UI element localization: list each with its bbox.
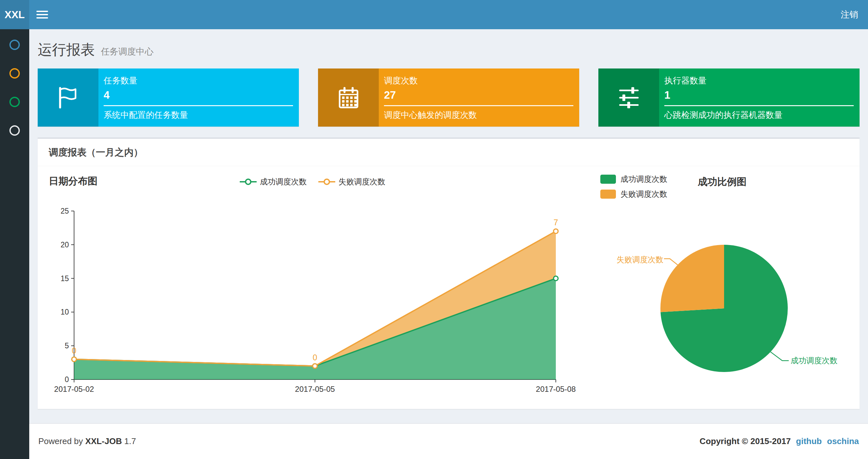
svg-text:5: 5 — [65, 341, 69, 350]
sidebar-item-1[interactable] — [0, 31, 29, 59]
content-area: 运行报表 任务调度中心 任务数量 4 系统中配置的任务数量 — [29, 29, 868, 423]
sliders-icon — [598, 68, 659, 127]
divider — [384, 105, 574, 106]
report-panel: 调度报表（一月之内） 05101520252017-05-022017-05-0… — [38, 138, 860, 409]
legend-label: 成功调度次数 — [620, 174, 667, 185]
info-box-jobs: 任务数量 4 系统中配置的任务数量 — [38, 68, 299, 127]
legend-item-success[interactable]: 成功调度次数 — [600, 174, 667, 185]
info-box-label: 调度次数 — [384, 75, 574, 86]
pie-chart-title: 成功比例图 — [698, 175, 746, 189]
top-navbar: XXL 注销 — [0, 0, 868, 29]
github-link[interactable]: github — [796, 436, 822, 446]
circle-icon — [9, 40, 20, 50]
copyright-text: Copyright © 2015-2017 — [700, 436, 791, 446]
svg-text:2017-05-08: 2017-05-08 — [536, 385, 576, 393]
legend-label: 成功调度次数 — [260, 176, 307, 187]
info-box-triggers: 调度次数 27 调度中心触发的调度次数 — [318, 68, 579, 127]
info-box-value: 27 — [384, 89, 574, 101]
page-title: 运行报表 — [38, 41, 95, 58]
logout-link[interactable]: 注销 — [831, 0, 868, 29]
svg-text:2017-05-05: 2017-05-05 — [295, 385, 335, 393]
panel-title: 调度报表（一月之内） — [38, 139, 860, 166]
divider — [664, 105, 854, 106]
footer: Powered by XXL-JOB 1.7 Copyright © 2015-… — [29, 423, 868, 459]
pie-slice-label-success: 成功调度次数 — [791, 356, 837, 366]
info-box-value: 1 — [664, 89, 854, 101]
charts-canvas: 05101520252017-05-022017-05-052017-05-08… — [38, 166, 860, 409]
footer-powered-by: Powered by XXL-JOB 1.7 — [38, 436, 136, 446]
panel-body: 05101520252017-05-022017-05-052017-05-08… — [38, 166, 860, 409]
divider — [104, 105, 293, 106]
svg-text:25: 25 — [60, 207, 69, 215]
page-subtitle: 任务调度中心 — [101, 47, 153, 57]
swatch-icon — [600, 175, 616, 184]
svg-text:0: 0 — [65, 375, 69, 384]
legend-item-fail[interactable]: 失败调度次数 — [600, 189, 667, 199]
sidebar-item-3[interactable] — [0, 88, 29, 116]
swatch-icon — [600, 190, 616, 199]
sidebar-item-4[interactable] — [0, 116, 29, 145]
legend-label: 失败调度次数 — [339, 176, 385, 187]
info-box-label: 任务数量 — [104, 75, 293, 86]
oschina-link[interactable]: oschina — [827, 436, 859, 446]
line-chart-legend: 成功调度次数 失败调度次数 — [240, 176, 385, 187]
circle-icon — [9, 68, 20, 78]
info-box-value: 4 — [104, 89, 293, 101]
info-box-label: 执行器数量 — [664, 75, 854, 86]
sidebar — [0, 29, 29, 459]
sidebar-item-2[interactable] — [0, 59, 29, 88]
svg-text:20: 20 — [60, 240, 69, 249]
info-box-desc: 系统中配置的任务数量 — [104, 109, 293, 121]
pie-chart-legend: 成功调度次数 失败调度次数 — [600, 174, 667, 199]
pie-slice-label-fail: 失败调度次数 — [603, 255, 663, 265]
info-box-executors: 执行器数量 1 心跳检测成功的执行器机器数量 — [598, 68, 860, 127]
sidebar-toggle-button[interactable] — [29, 0, 55, 29]
flag-icon — [38, 68, 98, 127]
svg-text:0: 0 — [313, 353, 317, 362]
line-marker-icon — [318, 178, 335, 185]
legend-item-fail[interactable]: 失败调度次数 — [318, 176, 385, 187]
hamburger-icon — [36, 11, 48, 12]
product-name: XXL-JOB — [86, 436, 122, 446]
page-header: 运行报表 任务调度中心 — [29, 29, 868, 68]
svg-text:0: 0 — [72, 346, 76, 355]
info-box-desc: 调度中心触发的调度次数 — [384, 109, 574, 121]
svg-text:10: 10 — [60, 308, 69, 316]
circle-icon — [9, 97, 20, 107]
line-chart-title: 日期分布图 — [49, 175, 97, 188]
product-version: 1.7 — [124, 436, 136, 446]
xxl-job-dashboard: XXL 注销 运行报表 任务调度中心 — [0, 0, 868, 459]
info-box-row: 任务数量 4 系统中配置的任务数量 — [38, 68, 860, 127]
app-logo[interactable]: XXL — [0, 0, 29, 29]
calendar-icon — [318, 68, 379, 127]
svg-text:7: 7 — [554, 218, 558, 227]
line-marker-icon — [240, 178, 257, 185]
legend-label: 失败调度次数 — [620, 189, 667, 199]
svg-text:15: 15 — [60, 274, 69, 283]
circle-icon — [9, 125, 20, 136]
info-box-desc: 心跳检测成功的执行器机器数量 — [664, 109, 854, 121]
svg-text:2017-05-02: 2017-05-02 — [54, 385, 94, 393]
legend-item-success[interactable]: 成功调度次数 — [240, 176, 307, 187]
